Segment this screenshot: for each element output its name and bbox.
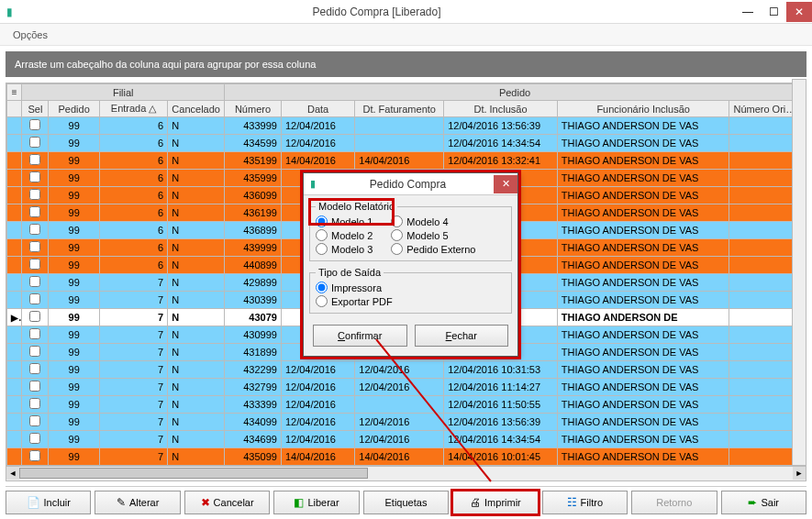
col-group-filial[interactable]: Filial [22,84,225,101]
cell-numero: 436099 [225,187,282,204]
cell-cancelado: N [168,448,225,466]
radio-exportar-pdf[interactable]: Exportar PDF [316,295,506,307]
cell-dt-faturamento: 12/04/2016 [355,431,444,448]
imprimir-button[interactable]: 🖨Imprimir [452,491,538,514]
row-indicator [7,396,22,414]
dialog-close-button-2[interactable]: Fechar [415,325,509,347]
cell-pedido: 99 [49,204,100,222]
cell-funcionario: THIAGO ANDERSON DE VAS [557,257,729,274]
cell-numero: 430999 [225,326,282,344]
col-group-pedido[interactable]: Pedido [225,84,806,101]
minimize-button[interactable]: — [735,2,761,22]
cell-sel[interactable] [22,292,49,309]
liberar-button[interactable]: ◧Liberar [273,491,359,514]
table-row[interactable]: 997N43509914/04/201614/04/201614/04/2016… [7,448,806,466]
cell-sel[interactable] [22,344,49,361]
cell-dt-faturamento: 12/04/2016 [355,414,444,431]
cell-sel[interactable] [22,170,49,187]
cancelar-button[interactable]: ✖Cancelar [184,491,270,514]
cell-cancelado: N [168,274,225,292]
cell-sel[interactable] [22,239,49,257]
radio-modelo-3[interactable]: Modelo 3 [316,243,373,255]
etiquetas-button[interactable]: Etiquetas [363,491,449,514]
radio-modelo-1[interactable]: Modelo 1 [316,215,373,227]
dialog-confirm-button[interactable]: Confirmar [313,325,407,347]
col-entrada[interactable]: Entrada △ [100,101,168,117]
radio-modelo-4[interactable]: Modelo 4 [391,215,475,227]
row-indicator [7,117,22,135]
cell-pedido: 99 [49,396,100,414]
radio-modelo-2[interactable]: Modelo 2 [316,229,373,241]
cell-numero: 433999 [225,117,282,135]
scroll-left-arrow[interactable]: ◄ [6,467,19,480]
scroll-thumb[interactable] [19,468,368,479]
cell-sel[interactable] [22,135,49,152]
row-indicator-header: ≡ [7,84,22,101]
cell-sel[interactable] [22,257,49,274]
cell-sel[interactable] [22,326,49,344]
cell-sel[interactable] [22,117,49,135]
cell-numero: 434699 [225,431,282,448]
cell-pedido: 99 [49,135,100,152]
cell-sel[interactable] [22,152,49,170]
cell-data: 12/04/2016 [281,379,354,396]
close-button[interactable]: ✕ [786,2,812,22]
cell-cancelado: N [168,152,225,170]
alterar-button[interactable]: ✎Alterar [95,491,180,514]
horizontal-scrollbar[interactable]: ◄ ► [6,467,806,481]
cell-pedido: 99 [49,187,100,204]
table-row[interactable]: 997N43279912/04/201612/04/201612/04/2016… [7,379,806,396]
table-row[interactable]: 997N43469912/04/201612/04/201612/04/2016… [7,431,806,448]
radio-pedido-externo[interactable]: Pedido Externo [391,243,475,255]
cell-sel[interactable] [22,274,49,292]
cell-data: 12/04/2016 [281,117,354,135]
cell-funcionario: THIAGO ANDERSON DE VAS [557,379,729,396]
cell-pedido: 99 [49,239,100,257]
sair-button[interactable]: ➨Sair [721,491,806,514]
table-row[interactable]: 997N43409912/04/201612/04/201612/04/2016… [7,414,806,431]
cell-sel[interactable] [22,414,49,431]
table-row[interactable]: 996N43399912/04/201612/04/2016 13:56:39T… [7,117,806,135]
cell-sel[interactable] [22,309,49,326]
table-row[interactable]: 997N43229912/04/201612/04/201612/04/2016… [7,361,806,379]
retorno-button[interactable]: Retorno [631,491,717,514]
col-cancelado[interactable]: Cancelado [168,101,225,117]
cell-funcionario: THIAGO ANDERSON DE VAS [557,414,729,431]
cell-numero: 435099 [225,448,282,466]
cell-entrada: 7 [100,414,168,431]
col-funcionario-inclusao[interactable]: Funcionário Inclusão [557,101,729,117]
radio-modelo-5[interactable]: Modelo 5 [391,229,475,241]
maximize-button[interactable]: ☐ [761,2,786,22]
table-row[interactable]: 996N43519914/04/201614/04/201612/04/2016… [7,152,806,170]
cell-sel[interactable] [22,379,49,396]
incluir-button[interactable]: 📄Incluir [6,491,91,514]
table-row[interactable]: 996N43459912/04/201612/04/2016 14:34:54T… [7,135,806,152]
cell-sel[interactable] [22,361,49,379]
cell-numero: 436199 [225,204,282,222]
filtro-button[interactable]: ☷Filtro [542,491,628,514]
menu-options[interactable]: Opções [7,27,53,43]
radio-impressora[interactable]: Impressora [316,282,506,293]
cell-dt-faturamento [355,135,444,152]
scroll-right-arrow[interactable]: ► [793,467,806,480]
table-row[interactable]: 997N43339912/04/201612/04/2016 11:50:55T… [7,396,806,414]
dialog-close-button[interactable]: ✕ [494,175,517,193]
vertical-scrollbar[interactable] [792,79,806,466]
col-dt-inclusao[interactable]: Dt. Inclusão [444,101,558,117]
cell-sel[interactable] [22,448,49,466]
cell-sel[interactable] [22,187,49,204]
cell-sel[interactable] [22,431,49,448]
cell-cancelado: N [168,414,225,431]
cell-sel[interactable] [22,204,49,222]
cell-sel[interactable] [22,222,49,239]
cell-pedido: 99 [49,274,100,292]
row-indicator [7,152,22,170]
col-numero[interactable]: Número [225,101,282,117]
menubar: Opções [0,24,812,46]
group-by-bar[interactable]: Arraste um cabeçalho da coluna aqui para… [6,51,806,77]
col-dt-faturamento[interactable]: Dt. Faturamento [355,101,444,117]
col-data[interactable]: Data [281,101,354,117]
cell-sel[interactable] [22,396,49,414]
col-pedido[interactable]: Pedido [49,101,100,117]
col-sel[interactable]: Sel [22,101,49,117]
